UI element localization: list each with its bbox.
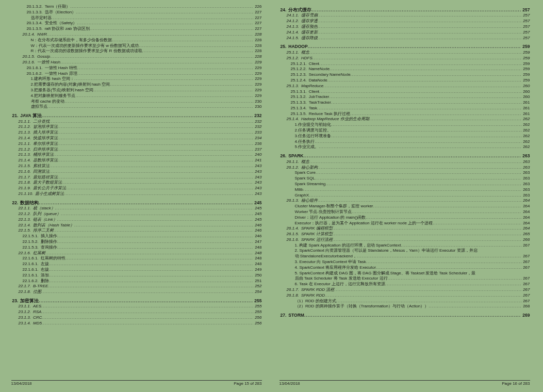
toc-entry[interactable]: 22.1.7.B-TREE252	[11, 284, 262, 289]
toc-entry[interactable]: 21.1.1.希尔排序算法236	[11, 141, 262, 147]
toc-entry[interactable]: 2. SparkContext 向资源管理器（可以是 Standalone，Me…	[279, 248, 530, 254]
toc-entry[interactable]: 26.1.5.SPARK 计算模型265	[279, 232, 530, 237]
toc-entry[interactable]: 虚拟节点230	[11, 104, 262, 110]
toc-entry[interactable]: 26.1.8.SPARK RDD267	[279, 293, 530, 299]
toc-entry[interactable]: 动 StandaloneExecutorbackend，267	[279, 254, 530, 259]
toc-entry[interactable]: 5.作业完成。262	[279, 144, 530, 150]
toc-entry[interactable]: 21.1.1.二分查找232	[11, 119, 262, 125]
toc-entry[interactable]: 22.1.8.位图254	[11, 289, 262, 295]
toc-entry[interactable]: 21.JAVA 算法232	[11, 113, 262, 119]
toc-entry[interactable]: 2.任务调度与监控。262	[279, 128, 530, 134]
toc-entry[interactable]: 25.1.3.5.Reduce Task 执行过程261	[279, 111, 530, 117]
toc-entry[interactable]: 22.1.5.2.删除操作247	[11, 239, 262, 245]
toc-entry[interactable]: 21.1.2.归并排序算法237	[11, 147, 262, 153]
toc-entry[interactable]: 22.1.6.2.删除251	[11, 279, 262, 284]
toc-entry[interactable]: 21.1.7.最短路径算法243	[11, 175, 262, 181]
toc-entry[interactable]: 22.1.6.1.添加250	[11, 273, 262, 279]
toc-entry[interactable]: 22.1.5.排序二叉树246	[11, 228, 262, 234]
toc-entry[interactable]: 24.1.1.缓存雪崩257	[279, 13, 530, 19]
toc-entry[interactable]: 22.数据结构245	[11, 200, 262, 206]
toc-entry[interactable]: 23.1.3.CRC256	[11, 315, 262, 321]
toc-entry[interactable]: 25.1.3.3.TaskTracker261	[279, 100, 530, 106]
toc-entry[interactable]: 22.1.6.1.左旋248	[11, 262, 262, 267]
toc-entry[interactable]: 26.1.4.SPARK 编程模型264	[279, 226, 530, 232]
toc-entry[interactable]: 25.HADOOP259	[279, 44, 530, 50]
toc-entry[interactable]: 21.1.10.最小生成树算法243	[11, 191, 262, 197]
toc-entry[interactable]: 25.1.3.1.Client260	[279, 89, 530, 95]
toc-entry[interactable]: 26.SPARK263	[279, 153, 530, 159]
toc-entry[interactable]: 24.1.4.缓存更新257	[279, 30, 530, 36]
toc-entry[interactable]: N：在分布式存储系统中，有多少份备份数据228	[11, 38, 262, 43]
toc-entry[interactable]: R：代表一次成功的读数据操作要求至少有 R 份数据成功读取228	[11, 48, 262, 54]
toc-entry[interactable]: Worker 节点-负责控制计算节点264	[279, 209, 530, 215]
toc-entry[interactable]: 1.作业提交与初始化262	[279, 122, 530, 128]
toc-entry[interactable]: 22.1.6.1.右旋249	[11, 267, 262, 273]
toc-entry[interactable]: 22.1.2.队列（queue）245	[11, 211, 262, 217]
toc-entry[interactable]: 26.1.3.核心组件264	[279, 198, 530, 204]
toc-entry[interactable]: 22.1.6.1.红黑树的特性248	[11, 256, 262, 262]
toc-entry[interactable]: 26.1.6.SPARK 运行流程266	[279, 237, 530, 243]
toc-entry[interactable]: 1. 构建 Spark Application 的运行环境，启动 SparkCo…	[279, 243, 530, 249]
toc-entry[interactable]: Cluster Manager-制整个集群，监控 worker264	[279, 204, 530, 209]
toc-entry[interactable]: 23.加密算法255	[11, 298, 262, 304]
toc-entry[interactable]: 22.1.3.链表（Link）245	[11, 217, 262, 223]
toc-entry[interactable]: 25.1.3.2.JobTracker260	[279, 94, 530, 100]
toc-entry[interactable]: Spark SQL263	[279, 176, 530, 182]
toc-entry[interactable]: Spark Core263	[279, 170, 530, 176]
toc-entry[interactable]: 25.1.2.1.Client259	[279, 61, 530, 67]
toc-entry[interactable]: （2）RDD 的两种操作算子（转换（Transformation）与行动（Act…	[279, 304, 530, 309]
toc-entry[interactable]: 20.1.3.5.raft 协议和 zab 协议区别227	[11, 26, 262, 32]
toc-entry[interactable]: 21.1.2.冒泡排序算法232	[11, 124, 262, 130]
toc-entry[interactable]: 22.1.5.3.查询操作248	[11, 245, 262, 251]
toc-entry[interactable]: 22.1.4.散列表（Hash Table）246	[11, 223, 262, 228]
toc-entry[interactable]: 24.分布式缓存257	[279, 7, 530, 13]
toc-entry[interactable]: 25.1.2.3.Secondary NameNode259	[279, 72, 530, 78]
toc-entry[interactable]: 20.1.6.一致性 Hash229	[11, 60, 262, 66]
toc-entry[interactable]: 26.1.7.SPARK RDD 流程267	[279, 287, 530, 293]
toc-entry[interactable]: 23.1.4.MD5256	[11, 321, 262, 326]
toc-entry[interactable]: 21.1.4.基数排序算法241	[11, 158, 262, 164]
toc-entry[interactable]: 21.1.6.回溯算法243	[11, 169, 262, 175]
toc-entry[interactable]: 21.1.5.剪枝算法243	[11, 164, 262, 169]
toc-entry[interactable]: 20.1.6.2.一致性 Hash 原理229	[11, 71, 262, 77]
toc-entry[interactable]: 后由 Task Scheduler 将 Task 发送给 Executor 运行…	[279, 276, 530, 282]
toc-entry[interactable]: 2.把需要缓存的内容(对象)映射到 hash 空间229	[11, 82, 262, 88]
toc-entry[interactable]: 20.1.3.2.Term（任期）226	[11, 4, 262, 10]
toc-entry[interactable]: 20.1.3.3.选举（Election）227	[11, 10, 262, 15]
toc-entry[interactable]: 25.1.4.Hadoop MapReduce 作业的生命周期262	[279, 117, 530, 122]
toc-entry[interactable]: 20.1.5.Gossip228	[11, 54, 262, 60]
toc-entry[interactable]: 3.把服务器(节点)映射到 hash 空间229	[11, 88, 262, 93]
toc-entry[interactable]: Mllib263	[279, 187, 530, 193]
toc-entry[interactable]: W：代表一次成功的更新操作要求至少有 w 份数据写入成功228	[11, 43, 262, 49]
toc-entry[interactable]: 4.把对象映射到服务节点229	[11, 93, 262, 99]
toc-entry[interactable]: 25.1.2.2.NameNode259	[279, 67, 530, 72]
toc-entry[interactable]: 24.1.5.缓存降级257	[279, 36, 530, 41]
toc-entry[interactable]: 4.任务执行262	[279, 139, 530, 145]
toc-entry[interactable]: 25.1.3.MapReduce260	[279, 84, 530, 89]
toc-entry[interactable]: 24.1.3.缓存预热257	[279, 24, 530, 30]
toc-entry[interactable]: Executor：执行器，是为某个 Application 运行在 worker…	[279, 221, 530, 226]
toc-entry[interactable]: 21.1.9.最长公共子序算法243	[11, 186, 262, 191]
toc-entry[interactable]: 25.1.1.概念259	[279, 50, 530, 56]
toc-entry[interactable]: 27.STORM269	[279, 313, 530, 318]
toc-entry[interactable]: 21.1.8.最大子数组算法243	[11, 180, 262, 186]
toc-entry[interactable]: 25.1.2.4.DataNode259	[279, 78, 530, 84]
toc-entry[interactable]: 3.任务运行环境准备262	[279, 134, 530, 139]
toc-entry[interactable]: 考察 cache 的变动230	[11, 99, 262, 105]
toc-entry[interactable]: 22.1.5.1.插入操作246	[11, 234, 262, 239]
toc-entry[interactable]: （1）RDD 的创建方式267	[279, 299, 530, 304]
toc-entry[interactable]: GraphX263	[279, 193, 530, 199]
toc-entry[interactable]: 4. SparkContext 将应用程序分发给 Executor267	[279, 265, 530, 271]
toc-entry[interactable]: 25.1.2.HDFS259	[279, 56, 530, 61]
toc-entry[interactable]: 3. Executor 向 SparkContext 申请 Task267	[279, 259, 530, 265]
toc-entry[interactable]: 20.1.4.NWR228	[11, 32, 262, 38]
toc-entry[interactable]: 5. SparkContext 构建成 DAG 图，将 DAG 图分解成 Sta…	[279, 271, 530, 276]
toc-entry[interactable]: 23.1.2.RSA255	[11, 309, 262, 315]
toc-entry[interactable]: 26.1.1.概念263	[279, 159, 530, 165]
toc-entry[interactable]: 24.1.2.缓存穿透257	[279, 19, 530, 24]
toc-entry[interactable]: 21.1.4.快速排序算法234	[11, 136, 262, 141]
toc-entry[interactable]: 1.建构环形 hash 空间：229	[11, 76, 262, 82]
toc-entry[interactable]: 20.1.6.1.一致性 Hash 特性229	[11, 66, 262, 71]
toc-entry[interactable]: 21.1.3.插入排序算法233	[11, 130, 262, 136]
toc-entry[interactable]: 23.1.1.AES255	[11, 304, 262, 309]
